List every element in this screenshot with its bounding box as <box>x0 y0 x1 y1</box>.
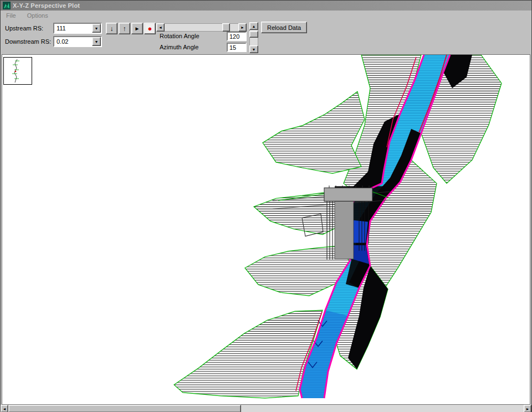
rotation-slider: ◄ ► <box>156 23 247 32</box>
down-arrow-icon: ↓ <box>110 25 114 32</box>
spinner-down-arrow-icon[interactable]: ▼ <box>249 45 258 53</box>
azimuth-spinner-thumb[interactable] <box>249 31 258 38</box>
azimuth-angle-label: Azimuth Angle <box>160 44 198 50</box>
plan-view-sketch <box>4 58 32 84</box>
play-icon: ► <box>135 26 140 32</box>
bridge-pier-block <box>335 201 354 259</box>
perspective-plot <box>2 55 530 404</box>
step-downstream-button[interactable]: ↓ <box>106 23 117 34</box>
reload-data-button[interactable]: Reload Data <box>261 22 307 33</box>
app-icon <box>3 2 11 9</box>
slider-left-arrow-icon[interactable]: ◄ <box>156 23 165 32</box>
bridge-deck <box>324 188 372 201</box>
step-upstream-button[interactable]: ↑ <box>119 23 130 34</box>
chevron-down-icon[interactable]: ▼ <box>92 37 101 46</box>
slider-right-arrow-icon[interactable]: ► <box>238 23 247 32</box>
toolbar: Upstream RS: 111 ▼ Downstream RS: 0.02 ▼… <box>1 20 531 54</box>
animate-play-button[interactable]: ► <box>131 23 143 34</box>
azimuth-angle-input[interactable] <box>227 43 247 52</box>
downstream-rs-combo[interactable]: 0.02 ▼ <box>53 36 102 47</box>
plan-view-thumbnail <box>3 57 32 85</box>
rotation-angle-input[interactable] <box>227 32 247 41</box>
window-title: X-Y-Z Perspective Plot <box>13 2 80 9</box>
upstream-rs-combo[interactable]: 111 ▼ <box>53 23 102 34</box>
perspective-plot-area <box>2 54 530 405</box>
record-button[interactable]: ● <box>144 23 156 34</box>
chevron-down-icon[interactable]: ▼ <box>92 24 101 33</box>
menu-file[interactable]: File <box>5 12 17 19</box>
upstream-rs-value: 111 <box>54 25 92 32</box>
record-icon: ● <box>148 25 152 32</box>
title-bar: X-Y-Z Perspective Plot <box>1 1 531 11</box>
azimuth-spinner: ▲ ▼ <box>249 22 258 53</box>
horizontal-scrollbar-thumb[interactable] <box>8 405 241 412</box>
up-arrow-icon: ↑ <box>123 25 126 32</box>
app-window: X-Y-Z Perspective Plot File Options Upst… <box>0 0 532 412</box>
rotation-slider-track[interactable] <box>165 23 238 32</box>
downstream-rs-label: Downstream RS: <box>5 38 51 45</box>
rotation-slider-thumb[interactable] <box>222 23 230 32</box>
azimuth-spinner-track[interactable] <box>249 30 258 45</box>
scroll-right-arrow-icon[interactable]: ► <box>524 405 531 412</box>
downstream-rs-value: 0.02 <box>54 38 92 45</box>
horizontal-scrollbar: ◄ ► <box>1 405 531 412</box>
upstream-rs-label: Upstream RS: <box>5 25 43 32</box>
menu-bar: File Options <box>1 11 531 20</box>
spinner-up-arrow-icon[interactable]: ▲ <box>249 22 258 30</box>
horizontal-scrollbar-track[interactable] <box>8 405 524 412</box>
rotation-angle-label: Rotation Angle <box>160 33 200 39</box>
menu-options[interactable]: Options <box>26 12 49 19</box>
scroll-left-arrow-icon[interactable]: ◄ <box>1 405 8 412</box>
